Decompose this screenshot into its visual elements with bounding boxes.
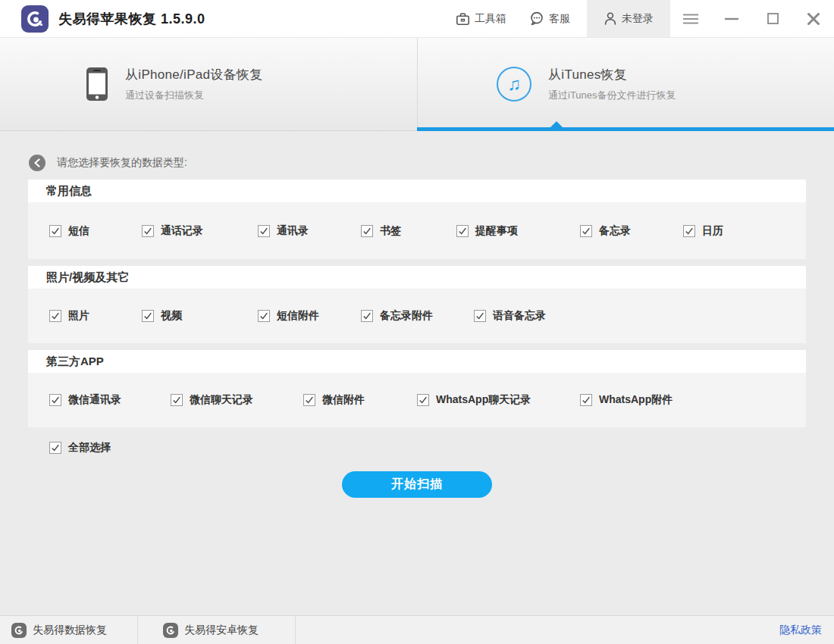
checkbox-label: WhatsApp聊天记录 [436, 393, 531, 407]
checkbox-label: 全部选择 [68, 441, 111, 455]
checkbox-row: 照片 视频 短信附件 备忘录附件 语音备忘录 [28, 289, 806, 343]
footer: 失易得数据恢复 失易得安卓恢复 隐私政策 [0, 615, 834, 644]
checkbox-whatsapp-chats[interactable]: WhatsApp聊天记录 [417, 393, 580, 407]
checkbox-photos[interactable]: 照片 [49, 309, 142, 323]
customer-service-button[interactable]: 客服 [529, 11, 570, 26]
section-title: 常用信息 [28, 180, 806, 202]
checkbox-label: WhatsApp附件 [599, 393, 673, 407]
checkbox-checked-icon [683, 225, 695, 237]
menu-button[interactable] [670, 0, 711, 37]
main-content: 请您选择要恢复的数据类型: 常用信息 短信 通话记录 通讯录 书签 [0, 154, 834, 498]
toolbox-icon [456, 12, 470, 26]
itunes-music-note-icon: ♫ [497, 67, 531, 102]
login-button[interactable]: 未登录 [587, 0, 670, 37]
footer-link-label: 失易得安卓恢复 [184, 624, 259, 637]
checkbox-row: 短信 通话记录 通讯录 书签 提醒事项 备忘录 [28, 202, 806, 259]
section-title: 照片/视频及其它 [28, 266, 806, 289]
section-photos-videos: 照片/视频及其它 照片 视频 短信附件 备忘录附件 语音备忘录 [28, 266, 806, 343]
data-recovery-logo-icon [11, 623, 27, 638]
checkbox-bookmarks[interactable]: 书签 [361, 224, 456, 238]
checkbox-label: 备忘录附件 [380, 309, 433, 323]
checkbox-label: 微信聊天记录 [190, 393, 253, 407]
maximize-button[interactable] [752, 0, 793, 37]
checkbox-label: 通话记录 [161, 224, 203, 238]
checkbox-whatsapp-attachments[interactable]: WhatsApp附件 [580, 393, 673, 407]
privacy-policy-link[interactable]: 隐私政策 [779, 624, 822, 637]
checkbox-checked-icon [49, 394, 61, 406]
checkbox-voice-memos[interactable]: 语音备忘录 [474, 309, 546, 323]
checkbox-checked-icon [49, 310, 61, 322]
checkbox-label: 视频 [161, 309, 182, 323]
checkbox-label: 提醒事项 [475, 224, 518, 238]
checkbox-checked-icon [258, 225, 270, 237]
checkbox-wechat-chats[interactable]: 微信聊天记录 [171, 393, 303, 407]
app-title: 失易得苹果恢复 1.5.9.0 [58, 10, 205, 28]
checkbox-checked-icon [474, 310, 486, 322]
checkbox-contacts[interactable]: 通讯录 [258, 224, 361, 238]
checkbox-checked-icon [303, 394, 315, 406]
toolbox-button[interactable]: 工具箱 [456, 12, 506, 26]
checkbox-wechat-attachments[interactable]: 微信附件 [303, 393, 417, 407]
checkbox-checked-icon [49, 442, 61, 454]
start-scan-button[interactable]: 开始扫描 [342, 471, 492, 498]
checkbox-sms[interactable]: 短信 [49, 224, 142, 238]
checkbox-select-all[interactable]: 全部选择 [49, 441, 834, 455]
checkbox-label: 短信 [68, 224, 89, 238]
checkbox-checked-icon [580, 225, 592, 237]
checkbox-label: 备忘录 [599, 224, 631, 238]
close-button[interactable] [793, 0, 834, 37]
checkbox-call-history[interactable]: 通话记录 [142, 224, 258, 238]
checkbox-sms-attachments[interactable]: 短信附件 [258, 309, 361, 323]
tab-itunes-subtitle: 通过iTunes备份文件进行恢复 [548, 89, 676, 102]
checkbox-checked-icon [456, 225, 469, 237]
checkbox-label: 日历 [702, 224, 723, 238]
section-third-party-app: 第三方APP 微信通讯录 微信聊天记录 微信附件 WhatsApp聊天记录 Wh… [28, 350, 806, 427]
app-logo-icon [21, 5, 49, 33]
user-icon [604, 11, 617, 26]
checkbox-label: 通讯录 [277, 224, 309, 238]
iphone-icon [86, 67, 108, 102]
checkbox-label: 语音备忘录 [493, 309, 546, 323]
checkbox-label: 短信附件 [277, 309, 319, 323]
checkbox-calendar[interactable]: 日历 [683, 224, 723, 238]
active-tab-caret [550, 121, 563, 127]
tab-recover-from-device[interactable]: 从iPhone/iPad设备恢复 通过设备扫描恢复 [0, 38, 417, 130]
checkbox-label: 微信通讯录 [68, 393, 121, 407]
checkbox-wechat-contacts[interactable]: 微信通讯录 [49, 393, 171, 407]
footer-link-android-recovery[interactable]: 失易得安卓恢复 [138, 616, 296, 644]
checkbox-notes[interactable]: 备忘录 [580, 224, 683, 238]
checkbox-checked-icon [142, 225, 154, 237]
music-note-glyph: ♫ [507, 75, 521, 93]
checkbox-checked-icon [580, 394, 592, 406]
minimize-button[interactable] [711, 0, 752, 37]
checkbox-checked-icon [49, 225, 61, 237]
checkbox-row: 微信通讯录 微信聊天记录 微信附件 WhatsApp聊天记录 WhatsApp附… [28, 373, 806, 427]
checkbox-notes-attachments[interactable]: 备忘录附件 [361, 309, 474, 323]
maximize-icon [767, 13, 779, 24]
checkbox-label: 微信附件 [322, 393, 365, 407]
minimize-icon [725, 17, 738, 20]
checkbox-checked-icon [142, 310, 154, 322]
tab-itunes-title: 从iTunes恢复 [548, 66, 676, 83]
checkbox-checked-icon [361, 225, 373, 237]
toolbox-label: 工具箱 [475, 12, 506, 26]
chat-bubble-icon [529, 11, 544, 26]
checkbox-checked-icon [361, 310, 373, 322]
close-icon [807, 13, 820, 25]
checkbox-checked-icon [171, 394, 183, 406]
active-tab-underline [417, 127, 834, 131]
checkbox-checked-icon [417, 394, 429, 406]
checkbox-reminders[interactable]: 提醒事项 [456, 224, 580, 238]
hamburger-menu-icon [682, 14, 699, 24]
titlebar: 失易得苹果恢复 1.5.9.0 工具箱 客服 [0, 0, 834, 38]
footer-link-label: 失易得数据恢复 [33, 624, 107, 637]
tab-device-subtitle: 通过设备扫描恢复 [125, 89, 262, 102]
checkbox-label: 照片 [68, 309, 89, 323]
checkbox-checked-icon [258, 310, 270, 322]
recovery-mode-tabbar: 从iPhone/iPad设备恢复 通过设备扫描恢复 ♫ 从iTunes恢复 通过… [0, 38, 834, 131]
section-title: 第三方APP [28, 350, 806, 373]
tab-recover-from-itunes[interactable]: ♫ 从iTunes恢复 通过iTunes备份文件进行恢复 [417, 38, 834, 130]
footer-link-data-recovery[interactable]: 失易得数据恢复 [0, 616, 138, 644]
back-button[interactable] [29, 155, 45, 171]
checkbox-videos[interactable]: 视频 [142, 309, 258, 323]
